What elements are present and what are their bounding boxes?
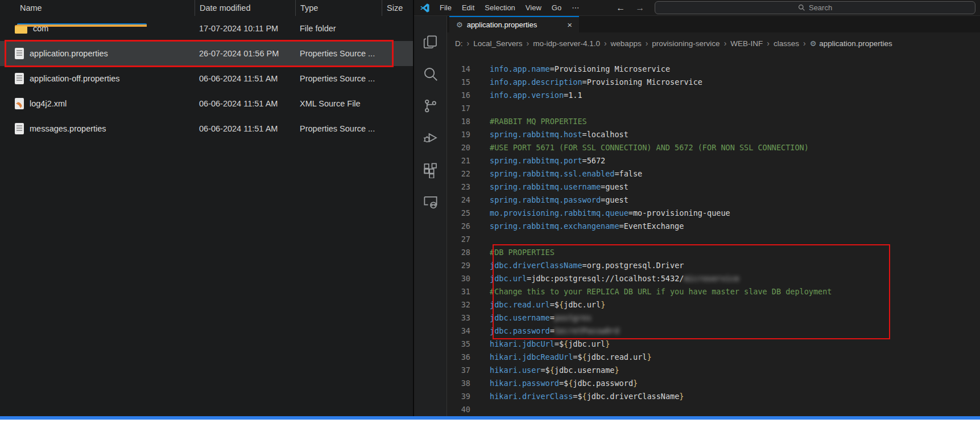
file-date-cell: 06-06-2024 11:51 AM bbox=[195, 99, 295, 108]
code-segment: #DB PROPERTIES bbox=[490, 248, 555, 257]
code-segment: Provisioning Microservice bbox=[587, 77, 702, 87]
code-segment: hikari.jdbcReadUrl bbox=[490, 352, 573, 362]
menu-go[interactable]: Go bbox=[547, 2, 567, 14]
column-header-type[interactable]: Type bbox=[295, 0, 382, 16]
line-number: 33 bbox=[447, 311, 478, 325]
line-number: 30 bbox=[447, 272, 478, 285]
code-line: 26spring.rabbitmq.exchangename=EventExch… bbox=[447, 220, 980, 233]
menu-[interactable]: ⋯ bbox=[567, 2, 584, 14]
column-header-name[interactable]: Name bbox=[0, 0, 195, 16]
tab-bar: ⚙ application.properties × bbox=[447, 16, 980, 32]
breadcrumb-item[interactable]: provisioning-service bbox=[652, 39, 720, 48]
breadcrumb-item[interactable]: webapps bbox=[611, 39, 642, 48]
line-number: 17 bbox=[447, 102, 478, 115]
line-number: 31 bbox=[447, 285, 478, 298]
code-segment: = bbox=[550, 326, 555, 335]
code-segment: spring.rabbitmq.exchangename bbox=[490, 221, 619, 231]
breadcrumb-item[interactable]: mo-idp-server-4.1.0 bbox=[533, 39, 600, 48]
chevron-right-icon: › bbox=[767, 39, 770, 48]
code-line-text: hikari.user=${jdbc.username} bbox=[478, 364, 619, 377]
close-icon[interactable]: × bbox=[567, 20, 572, 30]
vscode-logo-icon bbox=[420, 3, 430, 13]
code-line-text: info.app.name=Provisioning Microservice bbox=[478, 63, 670, 76]
nav-arrows: ← → bbox=[616, 3, 644, 13]
extensions-icon[interactable] bbox=[414, 154, 446, 186]
line-number: 38 bbox=[447, 377, 478, 390]
xml-file-icon bbox=[15, 98, 24, 109]
search-icon[interactable] bbox=[414, 58, 446, 90]
line-number: 32 bbox=[447, 298, 478, 311]
code-segment: info.app.description bbox=[490, 77, 582, 87]
column-header-date-modified[interactable]: Date modified bbox=[195, 0, 295, 16]
code-line: 22spring.rabbitmq.ssl.enabled=false bbox=[447, 167, 980, 180]
breadcrumb-item[interactable]: application.properties bbox=[819, 39, 892, 48]
code-segment: hikari.driverClass bbox=[490, 392, 573, 401]
file-row-application.properties[interactable]: application.properties26-07-2024 01:56 P… bbox=[0, 41, 413, 66]
screenshot-root: NameDate modifiedTypeSize com17-07-2024 … bbox=[0, 0, 980, 427]
code-segment: mo-provisioning-queue bbox=[633, 208, 730, 217]
forward-arrow-icon[interactable]: → bbox=[635, 3, 644, 13]
line-number: 23 bbox=[447, 180, 478, 194]
code-segment: hikari.password bbox=[490, 379, 559, 388]
code-segment: $ bbox=[577, 352, 582, 362]
menu-edit[interactable]: Edit bbox=[457, 2, 479, 14]
properties-file-icon bbox=[15, 73, 24, 84]
code-segment: #RABBIT MQ PROPERTIES bbox=[490, 117, 587, 126]
code-line-text: spring.rabbitmq.ssl.enabled=false bbox=[478, 167, 642, 180]
code-line-text: hikari.jdbcUrl=${jdbc.url} bbox=[478, 338, 610, 351]
back-arrow-icon[interactable]: ← bbox=[616, 3, 625, 13]
file-row-com[interactable]: com17-07-2024 10:11 PMFile folder bbox=[0, 16, 413, 41]
line-number: 28 bbox=[447, 246, 478, 259]
breadcrumb-item[interactable]: Local_Servers bbox=[473, 39, 522, 48]
tab-application-properties[interactable]: ⚙ application.properties × bbox=[449, 16, 579, 32]
line-number: 21 bbox=[447, 154, 478, 167]
menu-view[interactable]: View bbox=[520, 2, 547, 14]
code-segment: jdbc.read.url bbox=[587, 352, 647, 362]
file-row-application-off.properties[interactable]: application-off.properties06-06-2024 11:… bbox=[0, 66, 413, 91]
code-line: 37hikari.user=${jdbc.username} bbox=[447, 364, 980, 377]
code-segment: hikari.jdbcUrl bbox=[490, 339, 555, 348]
code-segment: guest bbox=[605, 182, 628, 191]
code-line: 30jdbc.url=jdbc:postgresql://localhost:5… bbox=[447, 272, 980, 285]
code-segment: = bbox=[582, 261, 587, 270]
search-input[interactable]: Search bbox=[655, 1, 975, 14]
source-control-icon[interactable] bbox=[414, 90, 446, 122]
code-segment: { bbox=[582, 392, 587, 401]
code-line-text: #Change this to your REPLICA DB URL if y… bbox=[478, 285, 832, 298]
code-line: 32jdbc.read.url=${jdbc.url} bbox=[447, 298, 980, 311]
file-name-cell: messages.properties bbox=[0, 123, 195, 134]
code-segment: Provisioning Microservice bbox=[555, 64, 670, 73]
code-segment: info.app.version bbox=[490, 91, 564, 100]
file-date-cell: 06-06-2024 11:51 AM bbox=[195, 124, 295, 133]
code-line-text: jdbc.username=postgres bbox=[478, 311, 592, 325]
chevron-right-icon: › bbox=[604, 39, 607, 48]
code-segment: = bbox=[550, 300, 555, 309]
line-number: 22 bbox=[447, 167, 478, 180]
menu-selection[interactable]: Selection bbox=[479, 2, 520, 14]
explorer-icon[interactable] bbox=[414, 26, 446, 58]
code-segment: = bbox=[555, 339, 559, 348]
code-line: 31#Change this to your REPLICA DB URL if… bbox=[447, 285, 980, 298]
code-line: 19spring.rabbitmq.host=localhost bbox=[447, 128, 980, 141]
code-segment: mo.provisioning.rabbitmq.queue bbox=[490, 208, 628, 217]
code-line: 39hikari.driverClass=${jdbc.driverClassN… bbox=[447, 390, 980, 403]
remote-explorer-icon[interactable] bbox=[414, 186, 446, 217]
breadcrumb-item[interactable]: D: bbox=[455, 39, 463, 48]
code-line: 14info.app.name=Provisioning Microservic… bbox=[447, 63, 980, 76]
code-segment: = bbox=[628, 208, 633, 217]
column-header-size[interactable]: Size bbox=[382, 0, 414, 16]
code-segment: jdbc.password bbox=[573, 379, 633, 388]
code-editor[interactable]: 14info.app.name=Provisioning Microservic… bbox=[447, 54, 980, 420]
window-content: NameDate modifiedTypeSize com17-07-2024 … bbox=[0, 0, 980, 420]
file-name: messages.properties bbox=[30, 124, 106, 133]
breadcrumb-item[interactable]: WEB-INF bbox=[730, 39, 763, 48]
code-segment: = bbox=[619, 221, 624, 231]
breadcrumb-item[interactable]: classes bbox=[774, 39, 799, 48]
explorer-column-headers: NameDate modifiedTypeSize bbox=[0, 0, 413, 16]
menu-file[interactable]: File bbox=[435, 2, 457, 14]
file-row-messages.properties[interactable]: messages.properties06-06-2024 11:51 AMPr… bbox=[0, 116, 413, 141]
code-segment: $ bbox=[577, 392, 582, 401]
file-row-log4j2.xml[interactable]: log4j2.xml06-06-2024 11:51 AMXML Source … bbox=[0, 91, 413, 116]
run-debug-icon[interactable] bbox=[414, 122, 446, 154]
code-line: 16info.app.version=1.1 bbox=[447, 89, 980, 102]
